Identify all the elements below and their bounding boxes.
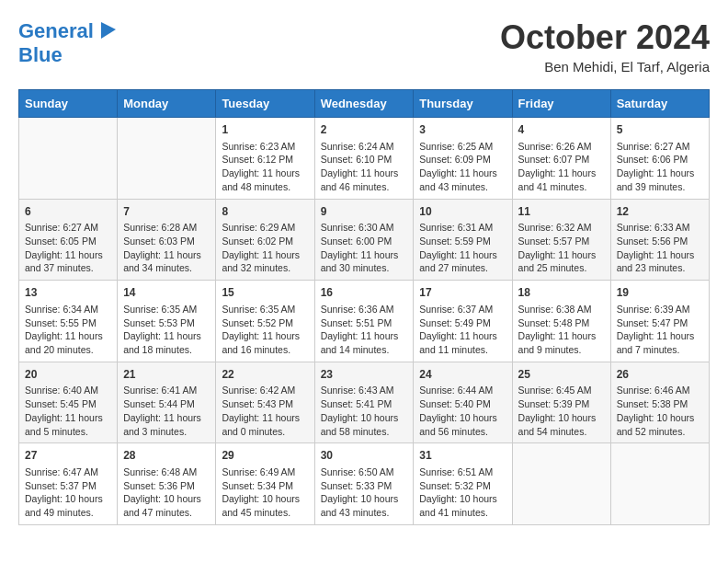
- day-info: Sunrise: 6:30 AM Sunset: 6:00 PM Dayligh…: [321, 221, 408, 275]
- day-info: Sunrise: 6:25 AM Sunset: 6:09 PM Dayligh…: [419, 140, 506, 194]
- month-title: October 2024: [500, 18, 710, 57]
- day-number: 31: [419, 448, 506, 464]
- day-number: 19: [617, 285, 703, 301]
- day-number: 3: [419, 122, 506, 138]
- logo-line2: Blue: [18, 43, 63, 66]
- calendar-cell: 11Sunrise: 6:32 AM Sunset: 5:57 PM Dayli…: [512, 199, 610, 281]
- calendar-cell: 12Sunrise: 6:33 AM Sunset: 5:56 PM Dayli…: [610, 199, 709, 281]
- day-info: Sunrise: 6:26 AM Sunset: 6:07 PM Dayligh…: [518, 140, 605, 194]
- day-info: Sunrise: 6:35 AM Sunset: 5:52 PM Dayligh…: [222, 303, 308, 357]
- day-info: Sunrise: 6:33 AM Sunset: 5:56 PM Dayligh…: [617, 221, 703, 275]
- weekday-header-row: SundayMondayTuesdayWednesdayThursdayFrid…: [19, 90, 710, 118]
- day-info: Sunrise: 6:23 AM Sunset: 6:12 PM Dayligh…: [222, 140, 308, 194]
- day-info: Sunrise: 6:31 AM Sunset: 5:59 PM Dayligh…: [419, 221, 506, 275]
- calendar-cell: 13Sunrise: 6:34 AM Sunset: 5:55 PM Dayli…: [19, 281, 118, 362]
- day-number: 30: [321, 448, 408, 464]
- day-number: 25: [518, 367, 605, 383]
- day-number: 24: [419, 367, 506, 383]
- calendar-cell: 5Sunrise: 6:27 AM Sunset: 6:06 PM Daylig…: [610, 118, 709, 200]
- calendar-cell: 20Sunrise: 6:40 AM Sunset: 5:45 PM Dayli…: [19, 362, 118, 443]
- calendar-cell: 15Sunrise: 6:35 AM Sunset: 5:52 PM Dayli…: [216, 281, 314, 362]
- day-info: Sunrise: 6:45 AM Sunset: 5:39 PM Dayligh…: [518, 384, 605, 438]
- calendar-cell: 31Sunrise: 6:51 AM Sunset: 5:32 PM Dayli…: [414, 443, 512, 525]
- day-info: Sunrise: 6:51 AM Sunset: 5:32 PM Dayligh…: [419, 465, 506, 520]
- calendar-cell: 6Sunrise: 6:27 AM Sunset: 6:05 PM Daylig…: [19, 199, 118, 281]
- calendar-cell: 29Sunrise: 6:49 AM Sunset: 5:34 PM Dayli…: [216, 443, 314, 525]
- day-number: 26: [617, 367, 703, 383]
- day-number: 9: [321, 204, 408, 220]
- day-info: Sunrise: 6:50 AM Sunset: 5:33 PM Dayligh…: [321, 465, 408, 520]
- day-number: 4: [518, 122, 605, 138]
- day-number: 28: [123, 448, 210, 464]
- day-info: Sunrise: 6:49 AM Sunset: 5:34 PM Dayligh…: [222, 465, 308, 520]
- calendar-cell: 19Sunrise: 6:39 AM Sunset: 5:47 PM Dayli…: [610, 281, 709, 362]
- day-info: Sunrise: 6:24 AM Sunset: 6:10 PM Dayligh…: [321, 140, 408, 194]
- calendar-cell: 9Sunrise: 6:30 AM Sunset: 6:00 PM Daylig…: [314, 199, 414, 281]
- calendar-cell: 17Sunrise: 6:37 AM Sunset: 5:49 PM Dayli…: [414, 281, 512, 362]
- day-info: Sunrise: 6:36 AM Sunset: 5:51 PM Dayligh…: [321, 303, 408, 357]
- day-number: 20: [25, 367, 111, 383]
- day-number: 13: [25, 285, 111, 301]
- day-info: Sunrise: 6:39 AM Sunset: 5:47 PM Dayligh…: [617, 303, 703, 357]
- calendar-cell: 7Sunrise: 6:28 AM Sunset: 6:03 PM Daylig…: [118, 199, 216, 281]
- day-info: Sunrise: 6:38 AM Sunset: 5:48 PM Dayligh…: [518, 303, 605, 357]
- calendar-week-row: 1Sunrise: 6:23 AM Sunset: 6:12 PM Daylig…: [19, 118, 710, 200]
- calendar-cell: 3Sunrise: 6:25 AM Sunset: 6:09 PM Daylig…: [414, 118, 512, 200]
- calendar-week-row: 6Sunrise: 6:27 AM Sunset: 6:05 PM Daylig…: [19, 199, 710, 281]
- calendar-cell: 8Sunrise: 6:29 AM Sunset: 6:02 PM Daylig…: [216, 199, 314, 281]
- day-number: 21: [123, 367, 210, 383]
- day-info: Sunrise: 6:40 AM Sunset: 5:45 PM Dayligh…: [25, 384, 111, 438]
- weekday-header-friday: Friday: [512, 90, 610, 118]
- day-info: Sunrise: 6:48 AM Sunset: 5:36 PM Dayligh…: [123, 465, 210, 520]
- day-number: 27: [25, 448, 111, 464]
- day-number: 12: [617, 204, 703, 220]
- day-info: Sunrise: 6:46 AM Sunset: 5:38 PM Dayligh…: [617, 384, 703, 438]
- day-number: 2: [321, 122, 408, 138]
- calendar-cell: 21Sunrise: 6:41 AM Sunset: 5:44 PM Dayli…: [118, 362, 216, 443]
- weekday-header-wednesday: Wednesday: [314, 90, 414, 118]
- day-info: Sunrise: 6:27 AM Sunset: 6:05 PM Dayligh…: [25, 221, 111, 275]
- day-number: 29: [222, 448, 308, 464]
- day-number: 16: [321, 285, 408, 301]
- weekday-header-tuesday: Tuesday: [216, 90, 314, 118]
- calendar-week-row: 27Sunrise: 6:47 AM Sunset: 5:37 PM Dayli…: [19, 443, 710, 525]
- day-info: Sunrise: 6:42 AM Sunset: 5:43 PM Dayligh…: [222, 384, 308, 438]
- day-number: 6: [25, 204, 111, 220]
- page-header: General Blue October 2024 Ben Mehidi, El…: [18, 18, 710, 75]
- day-info: Sunrise: 6:32 AM Sunset: 5:57 PM Dayligh…: [518, 221, 605, 275]
- day-number: 10: [419, 204, 506, 220]
- calendar-week-row: 20Sunrise: 6:40 AM Sunset: 5:45 PM Dayli…: [19, 362, 710, 443]
- calendar-cell: 26Sunrise: 6:46 AM Sunset: 5:38 PM Dayli…: [610, 362, 709, 443]
- day-info: Sunrise: 6:37 AM Sunset: 5:49 PM Dayligh…: [419, 303, 506, 357]
- calendar-cell: 2Sunrise: 6:24 AM Sunset: 6:10 PM Daylig…: [314, 118, 414, 200]
- calendar-cell: [512, 443, 610, 525]
- weekday-header-saturday: Saturday: [610, 90, 709, 118]
- location: Ben Mehidi, El Tarf, Algeria: [500, 59, 710, 75]
- calendar-cell: [19, 118, 118, 200]
- day-info: Sunrise: 6:27 AM Sunset: 6:06 PM Dayligh…: [617, 140, 703, 194]
- day-number: 11: [518, 204, 605, 220]
- calendar-cell: 10Sunrise: 6:31 AM Sunset: 5:59 PM Dayli…: [414, 199, 512, 281]
- calendar-cell: [610, 443, 709, 525]
- day-number: 8: [222, 204, 308, 220]
- calendar-cell: 25Sunrise: 6:45 AM Sunset: 5:39 PM Dayli…: [512, 362, 610, 443]
- calendar-cell: 4Sunrise: 6:26 AM Sunset: 6:07 PM Daylig…: [512, 118, 610, 200]
- day-number: 7: [123, 204, 210, 220]
- calendar-cell: [118, 118, 216, 200]
- day-info: Sunrise: 6:35 AM Sunset: 5:53 PM Dayligh…: [123, 303, 210, 357]
- day-number: 5: [617, 122, 703, 138]
- weekday-header-sunday: Sunday: [19, 90, 118, 118]
- calendar-cell: 16Sunrise: 6:36 AM Sunset: 5:51 PM Dayli…: [314, 281, 414, 362]
- weekday-header-monday: Monday: [118, 90, 216, 118]
- weekday-header-thursday: Thursday: [414, 90, 512, 118]
- title-block: October 2024 Ben Mehidi, El Tarf, Algeri…: [500, 18, 710, 75]
- logo-icon: [96, 18, 121, 44]
- svg-marker-0: [101, 22, 116, 39]
- day-info: Sunrise: 6:47 AM Sunset: 5:37 PM Dayligh…: [25, 465, 111, 520]
- day-info: Sunrise: 6:43 AM Sunset: 5:41 PM Dayligh…: [321, 384, 408, 438]
- calendar-cell: 18Sunrise: 6:38 AM Sunset: 5:48 PM Dayli…: [512, 281, 610, 362]
- day-info: Sunrise: 6:44 AM Sunset: 5:40 PM Dayligh…: [419, 384, 506, 438]
- calendar-cell: 22Sunrise: 6:42 AM Sunset: 5:43 PM Dayli…: [216, 362, 314, 443]
- logo: General Blue: [18, 18, 121, 66]
- day-number: 14: [123, 285, 210, 301]
